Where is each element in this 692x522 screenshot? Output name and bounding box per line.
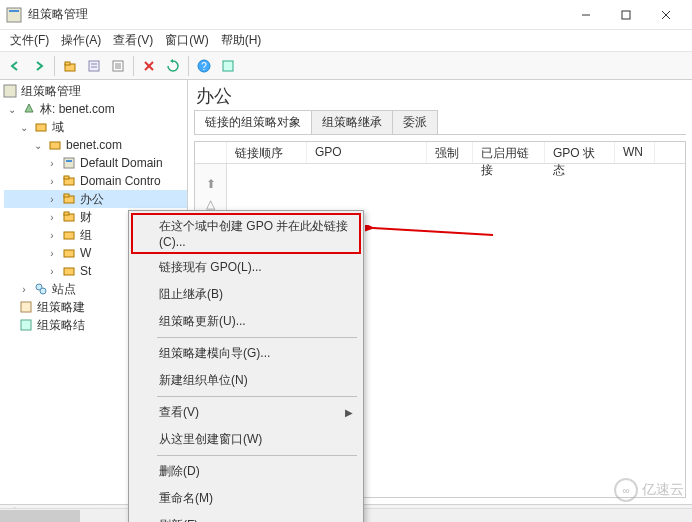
- export-button[interactable]: [217, 55, 239, 77]
- expander-icon[interactable]: ›: [46, 229, 58, 241]
- tree-domain[interactable]: ⌄ benet.com: [4, 136, 187, 154]
- maximize-button[interactable]: [606, 1, 646, 29]
- tree-node-label: W: [80, 246, 91, 260]
- move-top-button[interactable]: ⬆: [201, 176, 221, 192]
- tree-results-label: 组策略结: [37, 317, 85, 334]
- titlebar: 组策略管理: [0, 0, 692, 30]
- tabs: 链接的组策略对象组策略继承委派: [194, 110, 686, 135]
- domains-icon: [33, 119, 49, 135]
- back-button[interactable]: [4, 55, 26, 77]
- expander-icon[interactable]: ›: [46, 175, 58, 187]
- context-menu-item[interactable]: 重命名(M): [131, 485, 361, 512]
- menu-window[interactable]: 窗口(W): [159, 30, 214, 51]
- menu-help[interactable]: 帮助(H): [215, 30, 268, 51]
- tree-node[interactable]: ›Domain Contro: [4, 172, 187, 190]
- gpo-icon: [61, 155, 77, 171]
- expander-icon[interactable]: ⌄: [18, 121, 30, 133]
- svg-rect-24: [66, 160, 72, 162]
- svg-rect-32: [64, 250, 74, 257]
- svg-rect-36: [21, 302, 31, 312]
- sites-icon: [33, 281, 49, 297]
- expander-icon[interactable]: ›: [46, 247, 58, 259]
- menu-view[interactable]: 查看(V): [107, 30, 159, 51]
- tree-node[interactable]: ›Default Domain: [4, 154, 187, 172]
- ou-icon: [61, 173, 77, 189]
- forest-icon: [21, 101, 37, 117]
- context-menu-item[interactable]: 新建组织单位(N): [131, 367, 361, 394]
- tree-node-label: St: [80, 264, 91, 278]
- modeling-icon: [18, 299, 34, 315]
- expander-icon[interactable]: ›: [46, 193, 58, 205]
- svg-rect-21: [36, 124, 46, 131]
- domain-icon: [47, 137, 63, 153]
- tree-node-label: Domain Contro: [80, 174, 161, 188]
- tab[interactable]: 链接的组策略对象: [194, 110, 312, 134]
- tree-domains[interactable]: ⌄ 域: [4, 118, 187, 136]
- properties-button[interactable]: [83, 55, 105, 77]
- tab[interactable]: 委派: [392, 110, 438, 134]
- watermark-icon: ∞: [614, 478, 638, 502]
- svg-rect-3: [622, 11, 630, 19]
- tree-node-label: 财: [80, 209, 92, 226]
- menu-action[interactable]: 操作(A): [55, 30, 107, 51]
- column-header[interactable]: GPO: [307, 142, 427, 163]
- context-menu-item[interactable]: 组策略更新(U)...: [131, 308, 361, 335]
- column-header[interactable]: 强制: [427, 142, 473, 163]
- tree-forest-label: 林: benet.com: [40, 101, 115, 118]
- expander-icon[interactable]: ›: [46, 265, 58, 277]
- context-item-label: 刷新(F): [159, 517, 198, 522]
- menu-file[interactable]: 文件(F): [4, 30, 55, 51]
- context-menu-item[interactable]: 从这里创建窗口(W): [131, 426, 361, 453]
- close-button[interactable]: [646, 1, 686, 29]
- ou-icon: [61, 209, 77, 225]
- help-button[interactable]: ?: [193, 55, 215, 77]
- expander-icon[interactable]: ⌄: [32, 139, 44, 151]
- delete-button[interactable]: [138, 55, 160, 77]
- context-menu-item[interactable]: 在这个域中创建 GPO 并在此处链接(C)...: [131, 213, 361, 254]
- tree-forest[interactable]: ⌄ 林: benet.com: [4, 100, 187, 118]
- context-item-label: 从这里创建窗口(W): [159, 431, 262, 448]
- tree-modeling-label: 组策略建: [37, 299, 85, 316]
- up-button[interactable]: [59, 55, 81, 77]
- minimize-button[interactable]: [566, 1, 606, 29]
- context-menu: 在这个域中创建 GPO 并在此处链接(C)...链接现有 GPO(L)...阻止…: [128, 210, 364, 522]
- expander-icon[interactable]: ›: [46, 157, 58, 169]
- forward-button[interactable]: [28, 55, 50, 77]
- context-menu-item[interactable]: 阻止继承(B): [131, 281, 361, 308]
- refresh-button[interactable]: [162, 55, 184, 77]
- expander-icon[interactable]: ⌄: [6, 103, 18, 115]
- tree-sites-label: 站点: [52, 281, 76, 298]
- context-menu-item[interactable]: 组策略建模向导(G)...: [131, 340, 361, 367]
- svg-rect-30: [64, 212, 69, 215]
- tree-root-label: 组策略管理: [21, 83, 81, 100]
- context-item-label: 重命名(M): [159, 490, 213, 507]
- expander-icon[interactable]: ›: [46, 211, 58, 223]
- svg-rect-7: [65, 62, 70, 65]
- tree-node-label: Default Domain: [80, 156, 163, 170]
- column-header[interactable]: [195, 142, 227, 163]
- column-header[interactable]: WN: [615, 142, 655, 163]
- context-menu-item[interactable]: 刷新(F): [131, 512, 361, 522]
- context-separator: [157, 455, 357, 456]
- column-header[interactable]: GPO 状态: [545, 142, 615, 163]
- watermark: ∞ 亿速云: [614, 478, 684, 502]
- context-item-label: 链接现有 GPO(L)...: [159, 259, 262, 276]
- svg-rect-22: [50, 142, 60, 149]
- folder-icon: [61, 227, 77, 243]
- expander-icon[interactable]: ›: [18, 283, 30, 295]
- list-button[interactable]: [107, 55, 129, 77]
- context-item-label: 在这个域中创建 GPO 并在此处链接(C)...: [159, 218, 353, 249]
- tab[interactable]: 组策略继承: [311, 110, 393, 134]
- context-menu-item[interactable]: 删除(D): [131, 458, 361, 485]
- column-header[interactable]: 链接顺序: [227, 142, 307, 163]
- grid-header: 链接顺序GPO强制已启用链接GPO 状态WN: [195, 142, 685, 164]
- column-header[interactable]: 已启用链接: [473, 142, 545, 163]
- tree-node[interactable]: ›办公: [4, 190, 187, 208]
- context-menu-item[interactable]: 查看(V)▶: [131, 399, 361, 426]
- tree-root[interactable]: 组策略管理: [0, 82, 187, 100]
- context-menu-item[interactable]: 链接现有 GPO(L)...: [131, 254, 361, 281]
- results-icon: [18, 317, 34, 333]
- tree-node-label: 组: [80, 227, 92, 244]
- window-controls: [566, 1, 686, 29]
- watermark-text: 亿速云: [642, 481, 684, 499]
